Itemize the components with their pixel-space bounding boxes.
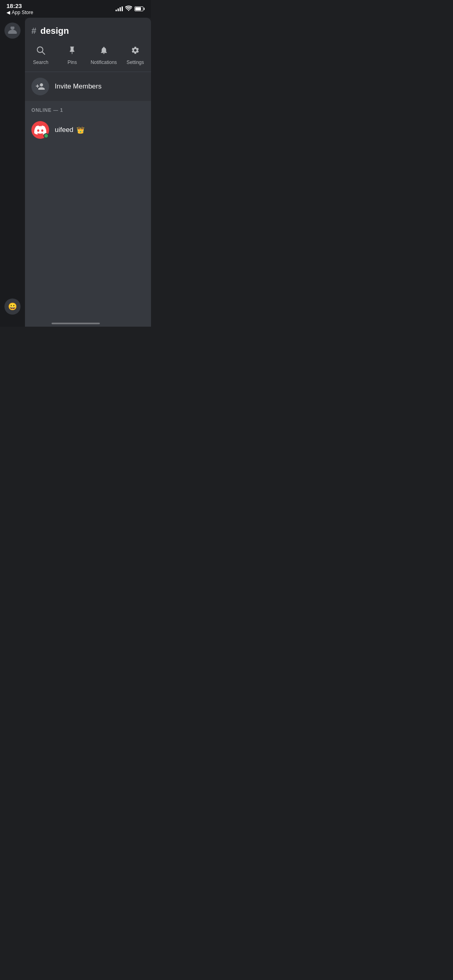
svg-line-1 (42, 52, 45, 54)
status-time: 18:23 (6, 3, 33, 9)
back-label: App Store (12, 10, 33, 15)
notifications-icon (99, 46, 108, 57)
settings-label: Settings (126, 60, 144, 65)
search-icon (36, 46, 45, 57)
battery-icon (134, 6, 145, 11)
status-right (116, 6, 145, 12)
signal-icon (116, 6, 123, 11)
pins-label: Pins (68, 60, 77, 65)
emoji-icon: 😀 (8, 302, 17, 311)
online-section-header: ONLINE — 1 (25, 101, 151, 117)
back-arrow-icon: ◀ (6, 10, 10, 15)
members-list: Invite Members ONLINE — 1 uifeed 👑 (25, 72, 151, 327)
notifications-label: Notifications (91, 60, 117, 65)
sidebar-user-avatar[interactable]: 😀 (4, 299, 21, 315)
home-indicator (52, 323, 100, 324)
search-label: Search (33, 60, 48, 65)
wifi-icon (125, 6, 132, 12)
invite-avatar (31, 78, 49, 95)
settings-icon (131, 46, 140, 57)
channel-header: # design (25, 18, 151, 43)
member-name: uifeed 👑 (55, 126, 85, 134)
sidebar-server-avatar[interactable] (4, 23, 21, 39)
notifications-toolbar-button[interactable]: Notifications (88, 46, 120, 65)
member-row[interactable]: uifeed 👑 (25, 117, 151, 143)
pins-icon (68, 46, 77, 57)
invite-members-button[interactable]: Invite Members (25, 72, 151, 101)
pins-toolbar-button[interactable]: Pins (56, 46, 88, 65)
back-button[interactable]: ◀ App Store (6, 10, 33, 15)
main-panel: # design Search Pins (25, 18, 151, 327)
settings-toolbar-button[interactable]: Settings (120, 46, 151, 65)
status-left: 18:23 ◀ App Store (6, 3, 33, 15)
member-avatar-container (31, 121, 49, 139)
sidebar-strip: 😀 (0, 18, 25, 327)
online-indicator (43, 133, 49, 138)
channel-toolbar: Search Pins Notifications (25, 43, 151, 72)
channel-name: design (40, 26, 69, 36)
crown-icon: 👑 (77, 126, 85, 134)
hash-icon: # (31, 26, 36, 36)
status-bar: 18:23 ◀ App Store (0, 0, 151, 18)
channel-title: # design (31, 26, 145, 36)
invite-label: Invite Members (55, 82, 101, 91)
search-toolbar-button[interactable]: Search (25, 46, 56, 65)
